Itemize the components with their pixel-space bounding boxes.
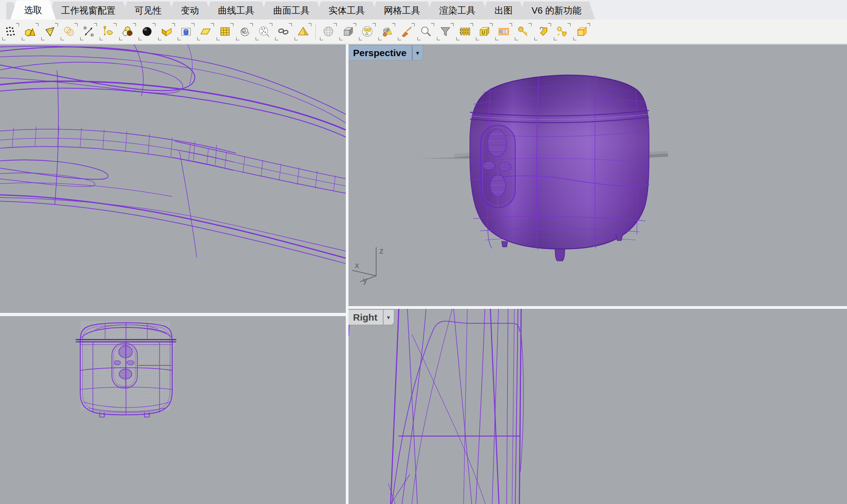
cooker-3d-object [470,75,649,261]
axis-y-label: y [363,275,368,285]
tab-label: 工作视窗配置 [61,5,116,15]
funnel-filter-icon[interactable] [436,21,455,42]
right-label-text: Right [348,310,383,325]
tab-1[interactable]: 选取 [10,0,56,19]
perspective-label-text: Perspective [348,45,412,60]
perspective-canvas: z x y [348,44,847,306]
tab-6[interactable]: 曲面工具 [260,1,323,19]
hatch-circles-icon[interactable] [59,21,79,42]
svg-text:U: U [482,30,485,35]
tab-label: V6 的新功能 [532,5,581,15]
tab-9[interactable]: 渲染工具 [426,1,489,19]
viewport-right[interactable]: Right ▼ [348,309,847,504]
tab-8[interactable]: 网格工具 [370,1,434,19]
solids-box-cone-icon[interactable] [20,21,40,42]
viewport-front-wireframe[interactable] [0,316,346,504]
color-spheres-icon[interactable] [118,21,137,42]
right-canvas [348,309,847,504]
rhino-window: 选取工作视窗配置可见性变动曲线工具曲面工具实体工具网格工具渲染工具出图V6 的新… [0,0,847,504]
cplane-axis-gizmo: z x y [352,246,384,285]
key-icon[interactable] [513,21,533,42]
tab-2[interactable]: 工作视窗配置 [48,1,129,19]
move-arrows-icon[interactable] [79,21,98,42]
axis-z-label: z [379,246,384,255]
chevron-down-icon[interactable]: ▼ [412,45,423,60]
tab-label: 曲线工具 [218,5,254,15]
tab-label: 选取 [24,5,42,15]
chain-links-icon[interactable] [274,21,293,42]
tab-label: 可见性 [135,5,162,15]
cylinder-highlight-box-icon[interactable] [494,21,513,42]
mesh-grid-icon[interactable] [215,21,235,42]
tab-label: 网格工具 [384,5,420,15]
open-surface-icon[interactable] [157,21,176,42]
cylinder-box-icon[interactable] [176,21,196,42]
viewport-perspective[interactable]: z x y Perspective ▼ [348,44,847,306]
plane-icon[interactable] [196,21,215,42]
tab-label: 变动 [181,5,199,15]
tab-label: 出图 [494,5,513,15]
tab-3[interactable]: 可见性 [121,1,175,19]
tag-icon[interactable] [533,21,552,42]
paintbrush-icon[interactable] [397,21,416,42]
point-cloud-icon[interactable] [254,21,274,42]
gray-cube-icon[interactable] [338,21,358,42]
tab-label: 曲面工具 [273,5,310,15]
tab-11[interactable]: V6 的新功能 [518,1,595,19]
axis-x-label: x [355,260,359,270]
spiral-icon[interactable] [235,21,254,42]
viewport-grid: z x y Perspective ▼ [0,44,847,504]
control-panel [480,125,515,208]
cone-icon[interactable] [40,21,59,42]
viewport-top-wireframe[interactable] [0,44,346,313]
dimension-hand-icon[interactable] [98,21,118,42]
black-sphere-icon[interactable] [137,21,157,42]
top-wireframe-canvas [0,44,346,313]
magnifier-icon[interactable] [416,21,436,42]
shapes-circle-icon[interactable] [358,21,377,42]
front-canvas [0,316,346,504]
tab-bar: 选取工作视窗配置可见性变动曲线工具曲面工具实体工具网格工具渲染工具出图V6 的新… [0,0,847,19]
tab-7[interactable]: 实体工具 [315,1,378,19]
viewport-label-perspective[interactable]: Perspective ▼ [348,45,423,60]
fence-icon[interactable] [455,21,474,42]
chevron-down-icon[interactable]: ▼ [383,310,394,325]
viewport-label-right[interactable]: Right ▼ [348,310,394,325]
tab-5[interactable]: 曲线工具 [204,1,268,19]
gray-sphere-icon[interactable] [319,21,338,42]
toolbar: U [0,19,847,44]
tab-label: 渲染工具 [439,5,475,15]
group-objects-icon[interactable] [377,21,397,42]
u-box-icon[interactable]: U [474,21,494,42]
toolbar-separator [315,24,316,39]
highlight-box-icon[interactable] [572,21,591,42]
tab-label: 实体工具 [329,5,365,15]
pyramid-icon[interactable] [293,21,313,42]
key-tag-icon[interactable] [552,21,572,42]
points-grid-icon[interactable] [1,21,20,42]
